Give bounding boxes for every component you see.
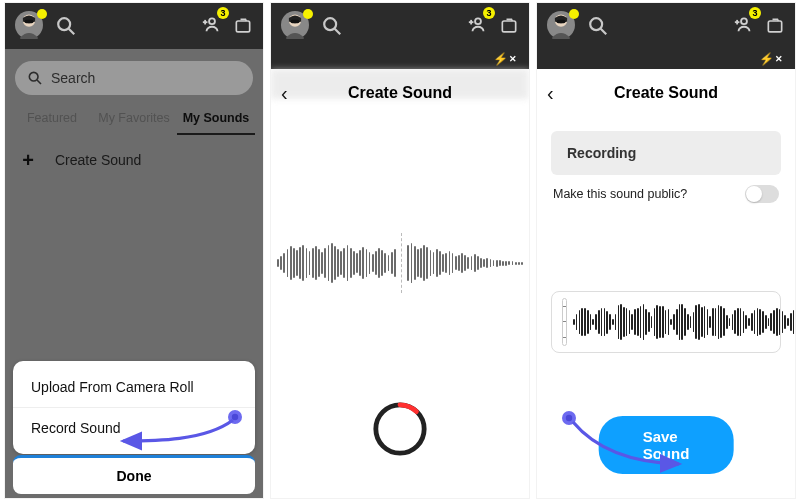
svg-line-24: [601, 29, 607, 35]
done-button[interactable]: Done: [13, 455, 255, 494]
svg-rect-22: [557, 20, 566, 24]
trim-waveform-card[interactable]: [551, 291, 781, 353]
svg-point-4: [209, 18, 215, 24]
make-public-toggle[interactable]: [745, 185, 779, 203]
option-record-sound[interactable]: Record Sound: [13, 407, 255, 448]
svg-point-30: [566, 415, 572, 421]
page-header: ‹ Create Sound: [271, 73, 529, 113]
add-friend-icon[interactable]: 3: [733, 13, 755, 39]
record-button[interactable]: [371, 400, 429, 458]
flash-icon[interactable]: ⚡✕: [493, 49, 517, 69]
svg-rect-1: [25, 20, 34, 24]
screen-create-sound-save: 3 ⚡✕ ‹ Create Sound Recording Make this …: [536, 2, 796, 499]
add-friend-badge: 3: [217, 7, 229, 19]
svg-point-23: [590, 18, 602, 30]
back-button[interactable]: ‹: [281, 82, 288, 105]
svg-point-29: [562, 411, 576, 425]
svg-line-15: [335, 29, 341, 35]
add-friend-icon[interactable]: 3: [467, 13, 489, 39]
app-topbar: 3: [271, 3, 529, 49]
page-title: Create Sound: [614, 84, 718, 102]
app-topbar: 3: [537, 3, 795, 49]
svg-line-3: [69, 29, 75, 35]
page-title: Create Sound: [348, 84, 452, 102]
screen-sounds-library: 3 ⚡✕ Search Featured My Favorites My Sou…: [4, 2, 264, 499]
flip-camera-icon[interactable]: [233, 16, 253, 36]
add-friend-icon[interactable]: 3: [201, 13, 223, 39]
svg-rect-13: [291, 20, 300, 24]
svg-point-14: [324, 18, 336, 30]
save-sound-button[interactable]: Save Sound: [599, 416, 734, 474]
svg-point-16: [475, 18, 481, 24]
back-button[interactable]: ‹: [547, 82, 554, 105]
option-upload-camera-roll[interactable]: Upload From Camera Roll: [13, 367, 255, 407]
flip-camera-icon[interactable]: [765, 16, 785, 36]
search-icon[interactable]: [55, 15, 77, 37]
avatar[interactable]: [15, 11, 45, 41]
avatar[interactable]: [547, 11, 577, 41]
recording-name-field[interactable]: Recording: [551, 131, 781, 175]
make-public-row: Make this sound public?: [553, 185, 779, 203]
svg-point-25: [741, 18, 747, 24]
page-header: ‹ Create Sound: [537, 73, 795, 113]
svg-rect-19: [502, 21, 515, 32]
action-sheet: Upload From Camera Roll Record Sound: [13, 361, 255, 454]
app-topbar: 3: [5, 3, 263, 49]
make-public-label: Make this sound public?: [553, 187, 687, 201]
search-icon[interactable]: [321, 15, 343, 37]
flip-camera-icon[interactable]: [499, 16, 519, 36]
presence-dot: [37, 9, 47, 19]
recording-waveform: [277, 233, 523, 293]
flash-icon[interactable]: ⚡✕: [759, 49, 783, 69]
screen-create-sound-record: 3 ⚡✕ ‹ Create Sound: [270, 2, 530, 499]
search-icon[interactable]: [587, 15, 609, 37]
svg-rect-28: [768, 21, 781, 32]
avatar[interactable]: [281, 11, 311, 41]
svg-point-2: [58, 18, 70, 30]
trim-handle-left[interactable]: [562, 298, 567, 346]
svg-rect-7: [236, 21, 249, 32]
